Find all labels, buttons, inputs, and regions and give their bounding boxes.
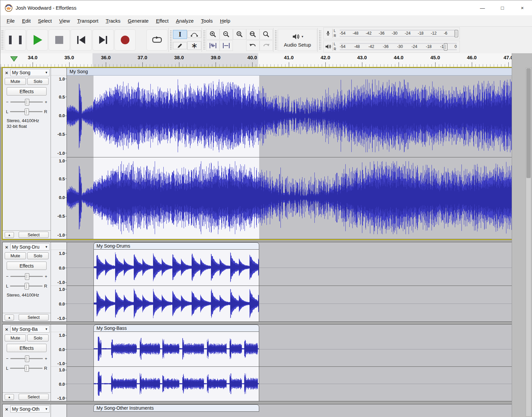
pan-slider-thumb[interactable] <box>25 283 29 290</box>
clip-header[interactable]: My Song-Bass <box>93 324 259 332</box>
mute-button[interactable]: Mute <box>5 78 26 85</box>
collapse-track-button[interactable]: ▲ <box>5 394 14 400</box>
effects-button[interactable]: Effects <box>7 262 47 270</box>
clip-header[interactable]: My Song <box>67 68 512 76</box>
skip-to-start-button[interactable] <box>71 29 92 51</box>
pan-slider-thumb[interactable] <box>25 365 29 372</box>
menu-select[interactable]: Select <box>34 17 56 25</box>
pause-button[interactable] <box>5 29 26 51</box>
waveform-canvas[interactable] <box>67 76 512 155</box>
skip-to-end-button[interactable] <box>92 29 114 51</box>
transport-toolbar-grip[interactable] <box>1 30 3 50</box>
waveform-right-channel[interactable] <box>67 286 512 322</box>
gain-slider[interactable]: − + <box>3 99 51 105</box>
menu-view[interactable]: View <box>56 17 74 25</box>
solo-button[interactable]: Solo <box>27 252 49 259</box>
silence-audio-button[interactable] <box>220 40 233 51</box>
waveform-canvas[interactable] <box>94 333 259 365</box>
track-name-menu[interactable]: My Song-Ba ▼ <box>10 325 50 333</box>
menu-tracks[interactable]: Tracks <box>102 17 124 25</box>
effects-button[interactable]: Effects <box>7 87 47 96</box>
pan-slider[interactable]: L R <box>3 108 51 115</box>
redo-button[interactable] <box>260 40 273 51</box>
envelope-tool-button[interactable] <box>187 31 201 38</box>
track-name-menu[interactable]: My Song ▼ <box>10 69 50 76</box>
stop-button[interactable] <box>49 29 70 51</box>
gain-slider-thumb[interactable] <box>25 355 29 362</box>
vertical-scale-ruler[interactable] <box>51 404 67 417</box>
audio-setup-button[interactable]: ▾ Audio Setup <box>278 29 317 51</box>
waveform-area[interactable]: My Song <box>67 68 512 239</box>
record-button[interactable] <box>114 29 136 51</box>
waveform-area[interactable]: My Song-Other Instruments <box>67 404 512 417</box>
minimize-button[interactable]: — <box>472 0 492 15</box>
clip-header[interactable]: My Song-Other Instruments <box>93 404 259 412</box>
collapse-track-button[interactable]: ▲ <box>5 314 14 320</box>
vertical-scale-ruler[interactable]: 1.0 0.0 -1.0 1.0 0.0 -1.0 <box>51 242 67 321</box>
solo-button[interactable]: Solo <box>27 78 49 85</box>
waveform-right-channel[interactable] <box>67 367 512 401</box>
multi-tool-button[interactable]: ∗ <box>187 41 201 50</box>
zoom-toggle-button[interactable] <box>260 29 273 40</box>
playback-meter[interactable]: LR -54-48-42-36-30-24-18-120 <box>323 41 460 53</box>
vertical-scale-ruler[interactable]: 1.0 0.0 -1.0 1.0 0.0 -1.0 <box>51 324 67 401</box>
close-button[interactable]: × <box>512 0 532 15</box>
fit-selection-button[interactable] <box>233 29 246 40</box>
timeline-ruler[interactable]: 34.0 35.0 36.0 37.0 38.0 39.0 40.0 41.0 … <box>0 53 512 67</box>
draw-tool-button[interactable] <box>173 42 187 49</box>
zoom-in-button[interactable] <box>206 29 220 40</box>
gain-slider[interactable]: − + <box>3 273 51 280</box>
gain-slider-thumb[interactable] <box>25 99 29 105</box>
tools-toolbar-grip[interactable] <box>170 30 172 50</box>
waveform-left-channel[interactable] <box>67 250 512 286</box>
playback-level-slider[interactable] <box>444 43 447 51</box>
zoom-out-button[interactable] <box>220 29 233 40</box>
maximize-button[interactable]: □ <box>492 0 512 15</box>
track-close-icon[interactable]: × <box>4 244 10 250</box>
solo-button[interactable]: Solo <box>27 334 49 341</box>
effects-button[interactable]: Effects <box>7 344 47 352</box>
audio-setup-grip[interactable] <box>275 30 277 50</box>
select-track-button[interactable]: Select <box>19 394 49 400</box>
waveform-canvas[interactable] <box>67 158 512 237</box>
record-level-slider[interactable] <box>454 30 458 37</box>
menu-effect[interactable]: Effect <box>152 17 172 25</box>
waveform-canvas[interactable] <box>94 287 259 320</box>
waveform-area[interactable]: My Song-Bass <box>67 324 512 401</box>
waveform-right-channel[interactable] <box>67 157 512 239</box>
pan-slider[interactable]: L R <box>3 365 51 371</box>
trim-audio-button[interactable] <box>206 40 220 51</box>
menu-generate[interactable]: Generate <box>124 17 152 25</box>
vertical-scrollbar[interactable] <box>526 68 531 417</box>
menu-transport[interactable]: Transport <box>74 17 102 25</box>
fit-project-button[interactable] <box>246 29 260 40</box>
undo-button[interactable] <box>246 40 260 51</box>
track-name-menu[interactable]: My Song-Oth ▼ <box>10 405 50 413</box>
menu-analyze[interactable]: Analyze <box>172 17 197 25</box>
pan-slider[interactable]: L R <box>3 283 51 289</box>
gain-slider[interactable]: − + <box>3 355 51 362</box>
track-close-icon[interactable]: × <box>4 70 10 76</box>
vertical-scale-ruler[interactable]: 1.0 0.5 0.0 -0.5 -1.0 1.0 0.5 0.0 -0.5 -… <box>51 68 67 239</box>
play-button[interactable] <box>27 29 48 51</box>
select-track-button[interactable]: Select <box>19 232 49 238</box>
selection-tool-button[interactable]: I <box>173 30 187 39</box>
track-name-menu[interactable]: My Song-Dru ▼ <box>10 243 50 251</box>
meter-toolbar-grip[interactable] <box>319 30 321 50</box>
menu-help[interactable]: Help <box>216 17 234 25</box>
edit-toolbar-grip[interactable] <box>203 30 205 50</box>
mute-button[interactable]: Mute <box>5 252 26 259</box>
waveform-canvas[interactable] <box>94 368 259 400</box>
waveform-canvas[interactable] <box>94 251 259 284</box>
track-close-icon[interactable]: × <box>4 326 10 332</box>
waveform-area[interactable]: My Song-Drums <box>67 242 512 321</box>
select-track-button[interactable]: Select <box>19 314 49 320</box>
record-meter[interactable]: LR -54-48-42-36-30-24-18-12-60 <box>323 27 460 39</box>
menu-edit[interactable]: Edit <box>18 17 34 25</box>
waveform-left-channel[interactable] <box>67 76 512 157</box>
loop-button[interactable] <box>146 29 168 51</box>
pan-slider-thumb[interactable] <box>25 108 29 115</box>
playhead-pin-icon[interactable] <box>10 56 18 62</box>
mute-button[interactable]: Mute <box>5 334 26 341</box>
menu-tools[interactable]: Tools <box>197 17 216 25</box>
